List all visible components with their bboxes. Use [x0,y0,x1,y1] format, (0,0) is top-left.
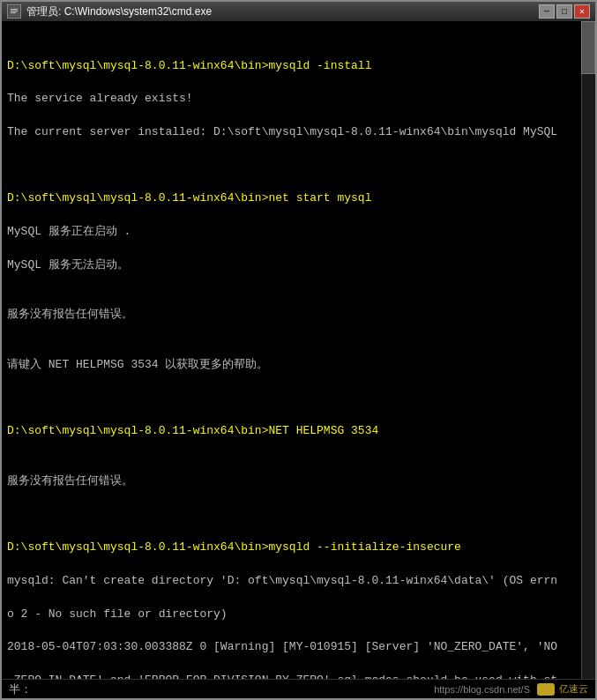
cloud-logo: 亿速云 [537,682,588,696]
terminal-line: mysqld: Can't create directory 'D: oft\m… [7,573,574,590]
scrollbar[interactable] [581,21,595,679]
scrollbar-thumb[interactable] [581,21,595,74]
window-icon [7,4,21,19]
maximize-button[interactable]: □ [556,4,572,19]
title-bar: 管理员: C:\Windows\system32\cmd.exe ─ □ ✕ [2,2,595,21]
terminal-line: D:\soft\mysql\mysql-8.0.11-winx64\bin>ne… [7,190,574,207]
terminal-line: D:\soft\mysql\mysql-8.0.11-winx64\bin>my… [7,540,574,556]
terminal-line: D:\soft\mysql\mysql-8.0.11-winx64\bin>NE… [7,423,574,440]
cursor-indicator: 半： [9,681,434,697]
blog-link[interactable]: https://blog.csdn.net/S [434,684,530,695]
close-button[interactable]: ✕ [574,4,590,19]
terminal-body[interactable]: D:\soft\mysql\mysql-8.0.11-winx64\bin>my… [2,21,595,679]
window-controls: ─ □ ✕ [539,4,590,19]
terminal-line: 2018-05-04T07:03:30.003388Z 0 [Warning] … [7,639,574,656]
window-title: 管理员: C:\Windows\system32\cmd.exe [26,4,539,19]
terminal-line: MySQL 服务正在启动 . [7,224,574,241]
minimize-button[interactable]: ─ [539,4,555,19]
terminal-line: The service already exists! [7,91,574,108]
terminal-line: 服务没有报告任何错误。 [7,307,574,324]
terminal-line: MySQL 服务无法启动。 [7,257,574,274]
terminal-line: _ZERO_IN_DATE' and 'ERROR_FOR_DIVISION_B… [7,673,574,679]
terminal-line: 请键入 NET HELPMSG 3534 以获取更多的帮助。 [7,357,574,374]
window: 管理员: C:\Windows\system32\cmd.exe ─ □ ✕ D… [0,0,597,700]
terminal-content: D:\soft\mysql\mysql-8.0.11-winx64\bin>my… [7,25,590,679]
svg-rect-3 [11,12,16,13]
svg-rect-2 [11,11,18,11]
terminal-line: o 2 - No such file or directory) [7,607,574,623]
terminal-line: 服务没有报告任何错误。 [7,473,574,490]
logo-text: 亿速云 [559,682,588,696]
svg-rect-1 [11,9,18,10]
cloud-icon [537,683,555,696]
bottom-right: https://blog.csdn.net/S 亿速云 [434,682,588,696]
terminal-line: D:\soft\mysql\mysql-8.0.11-winx64\bin>my… [7,58,574,75]
bottom-bar: 半： https://blog.csdn.net/S 亿速云 [2,679,595,698]
terminal-line: The current server installed: D:\soft\my… [7,124,574,141]
